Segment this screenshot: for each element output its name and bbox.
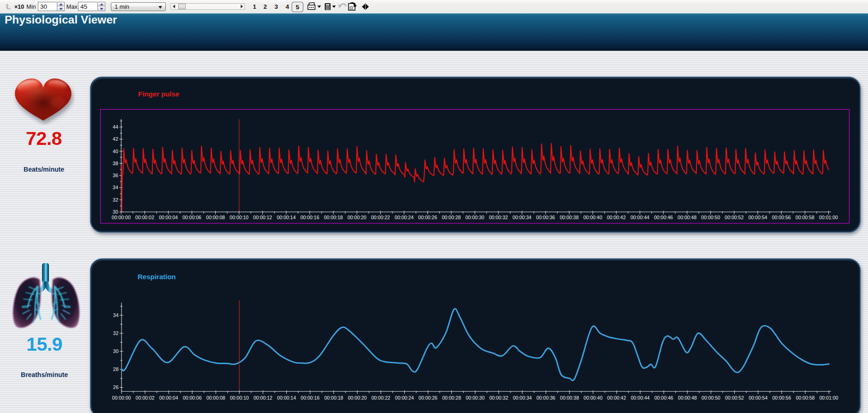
svg-text:00:00:36: 00:00:36 [536,215,555,220]
svg-text:00:00:16: 00:00:16 [301,395,320,401]
svg-text:26: 26 [113,384,119,390]
svg-text:00:00:50: 00:00:50 [702,395,721,401]
svg-text:Min: Min [26,3,36,10]
svg-text:00:00:02: 00:00:02 [136,395,155,401]
svg-text:00:00:00: 00:00:00 [112,395,131,401]
svg-text:28: 28 [113,366,119,372]
svg-text:00:00:32: 00:00:32 [489,215,508,220]
svg-text:34: 34 [113,185,118,190]
svg-text:00:00:24: 00:00:24 [395,395,414,401]
svg-text:00:00:08: 00:00:08 [206,215,225,220]
svg-text:00:00:28: 00:00:28 [442,215,461,220]
svg-text:30: 30 [113,348,119,354]
svg-text:00:00:48: 00:00:48 [678,395,697,401]
svg-text:00:00:04: 00:00:04 [159,215,178,220]
svg-text:42: 42 [113,136,118,142]
svg-text:00:00:06: 00:00:06 [182,215,201,220]
svg-text:00:00:56: 00:00:56 [772,215,791,220]
svg-text:00:00:30: 00:00:30 [466,395,485,401]
svg-text:00:00:18: 00:00:18 [324,215,343,220]
svg-text:00:00:22: 00:00:22 [371,395,390,401]
svg-text:00:00:50: 00:00:50 [701,215,720,220]
svg-text:34: 34 [113,312,119,318]
svg-text:00:00:32: 00:00:32 [489,395,508,401]
svg-text:00:00:14: 00:00:14 [277,215,296,220]
svg-text:00:00:46: 00:00:46 [654,215,673,220]
svg-text:32: 32 [113,330,119,336]
svg-text:00:00:54: 00:00:54 [748,215,767,220]
svg-text:00:00:02: 00:00:02 [135,215,154,220]
svg-text:00:00:20: 00:00:20 [347,215,366,220]
svg-text:2: 2 [263,3,267,10]
svg-text:30: 30 [113,209,118,215]
svg-text:00:00:10: 00:00:10 [230,215,249,220]
svg-text:00:00:26: 00:00:26 [418,215,437,220]
svg-text:00:01:00: 00:01:00 [819,395,838,401]
svg-text:00:00:34: 00:00:34 [513,215,532,220]
svg-text:00:00:52: 00:00:52 [725,215,744,220]
svg-text:00:00:42: 00:00:42 [607,395,626,401]
svg-text:00:00:08: 00:00:08 [206,395,225,401]
svg-text:00:00:12: 00:00:12 [253,215,272,220]
svg-text:Max: Max [67,3,78,10]
svg-text:00:00:36: 00:00:36 [536,395,555,401]
svg-text:00:00:58: 00:00:58 [796,395,815,401]
svg-text:5: 5 [296,4,299,11]
svg-text:00:00:00: 00:00:00 [112,215,131,220]
svg-text:00:00:24: 00:00:24 [395,215,413,220]
svg-text:4: 4 [285,3,289,10]
svg-text:00:00:10: 00:00:10 [230,395,249,401]
svg-text:00:00:52: 00:00:52 [725,395,744,401]
svg-text:00:00:14: 00:00:14 [277,395,296,401]
svg-text:00:00:40: 00:00:40 [583,395,602,401]
svg-text:00:00:04: 00:00:04 [159,395,178,401]
svg-text:00:00:38: 00:00:38 [560,215,579,220]
svg-text:32: 32 [113,197,118,203]
svg-text:36: 36 [113,173,118,178]
svg-text:3: 3 [274,3,278,10]
svg-text:00:00:12: 00:00:12 [254,395,273,401]
svg-text:00:00:22: 00:00:22 [371,215,390,220]
svg-text:×10: ×10 [14,4,24,10]
svg-text:00:00:44: 00:00:44 [631,395,649,401]
svg-text:44: 44 [113,124,118,130]
svg-text:00:00:56: 00:00:56 [772,395,791,401]
svg-text:00:01:00: 00:01:00 [819,215,838,220]
svg-text:00:00:48: 00:00:48 [678,215,697,220]
svg-text:00:00:44: 00:00:44 [631,215,649,220]
svg-text:00:00:34: 00:00:34 [513,395,532,401]
svg-text:00:00:42: 00:00:42 [607,215,626,220]
svg-text:00:00:26: 00:00:26 [419,395,437,401]
svg-text:00:00:54: 00:00:54 [749,395,768,401]
svg-text:00:00:16: 00:00:16 [300,215,319,220]
svg-text:00:00:58: 00:00:58 [795,215,814,220]
svg-text:00:00:18: 00:00:18 [324,395,343,401]
svg-text:00:00:20: 00:00:20 [348,395,367,401]
svg-text:38: 38 [113,161,118,166]
svg-text:00:00:06: 00:00:06 [183,395,202,401]
svg-text:00:00:28: 00:00:28 [442,395,461,401]
svg-text:40: 40 [113,149,118,154]
svg-text:00:00:40: 00:00:40 [583,215,602,220]
svg-text:1: 1 [253,3,256,10]
svg-text:00:00:38: 00:00:38 [560,395,579,401]
svg-text:00:00:46: 00:00:46 [654,395,673,401]
svg-text:00:00:30: 00:00:30 [465,215,484,220]
